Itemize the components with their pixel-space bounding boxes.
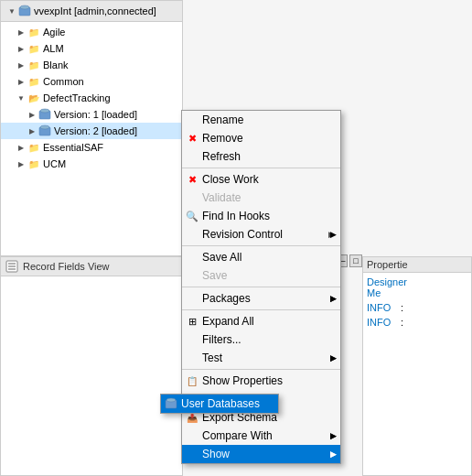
menu-item-find-in-hooks[interactable]: 🔍 Find In Hooks: [182, 207, 340, 225]
separator-3: [182, 287, 340, 287]
close-work-icon: ✖: [186, 173, 198, 186]
prop-designer-label: Designer Me: [367, 276, 399, 298]
menu-item-save[interactable]: Save: [182, 266, 340, 285]
menu-item-validate[interactable]: Validate: [182, 189, 340, 207]
show-properties-label: Show Properties: [202, 374, 283, 387]
record-fields-icon: [5, 259, 19, 274]
prop-designer-row: Designer Me: [367, 276, 467, 298]
test-submenu-arrow: ▶: [330, 353, 337, 362]
alm-expand: ▶: [16, 43, 27, 54]
agile-icon: 📁: [27, 25, 41, 39]
v2-icon: [38, 124, 52, 138]
menu-item-expand-all[interactable]: ⊞ Expand All: [182, 312, 340, 330]
find-hooks-icon: 🔍: [186, 210, 198, 222]
prop-info2-row: INFO :: [367, 317, 467, 328]
menu-item-test[interactable]: Test ▶: [182, 349, 340, 367]
menu-item-close-work[interactable]: ✖ Close Work: [182, 170, 340, 189]
separator-1: [182, 168, 340, 168]
filters-label: Filters...: [202, 333, 241, 346]
separator-4: [182, 309, 340, 310]
expand-all-icon: ⊞: [186, 315, 198, 328]
show-properties-icon: 📋: [186, 374, 198, 387]
menu-item-rename[interactable]: Rename: [182, 111, 340, 129]
test-label: Test: [202, 352, 222, 364]
prop-info1-label: INFO: [367, 302, 399, 313]
defect-label: DefectTracking: [43, 92, 111, 103]
blank-expand: ▶: [16, 60, 27, 70]
prop-info2-colon: :: [401, 317, 403, 328]
properties-header: Propertie: [363, 257, 471, 273]
packages-submenu-arrow: ▶: [330, 294, 337, 303]
menu-item-show[interactable]: Show ▶: [182, 445, 340, 463]
v1-expand: ▶: [27, 109, 38, 120]
record-fields-panel: Record Fields View: [0, 256, 183, 476]
validate-label: Validate: [202, 191, 241, 204]
expand-all-label: Expand All: [202, 315, 254, 328]
save-all-label: Save All: [202, 251, 241, 264]
tree-item-ucm[interactable]: ▶ 📁 UCM: [1, 156, 182, 172]
agile-label: Agile: [43, 27, 65, 38]
v1-icon: [38, 107, 52, 122]
blank-label: Blank: [43, 60, 69, 70]
menu-item-revision-control[interactable]: Revision Control ▶: [182, 225, 340, 243]
show-label: Show: [202, 448, 230, 460]
tree-item-version1[interactable]: ▶ Version: 1 [loaded]: [1, 106, 182, 123]
remove-label: Remove: [202, 132, 243, 145]
tree-item-alm[interactable]: ▶ 📁 ALM: [1, 40, 182, 57]
rename-label: Rename: [202, 114, 243, 126]
properties-label: Propertie: [367, 259, 408, 270]
esaf-icon: 📁: [27, 140, 41, 155]
menu-item-refresh[interactable]: Refresh: [182, 147, 340, 166]
maximize-button[interactable]: □: [349, 254, 362, 267]
v1-label: Version: 1 [loaded]: [54, 109, 137, 120]
show-submenu: User Databases: [160, 394, 279, 414]
agile-expand: ▶: [16, 27, 27, 38]
esaf-expand: ▶: [16, 142, 27, 153]
revision-control-label: Revision Control: [202, 228, 283, 241]
alm-icon: 📁: [27, 41, 41, 56]
remove-icon: ✖: [186, 132, 198, 145]
tree-header: ▼ vvexpInt [admin,connected]: [1, 1, 182, 22]
tree-item-version2[interactable]: ▶ Version: 2 [loaded]: [1, 123, 182, 139]
menu-item-show-properties[interactable]: 📋 Show Properties: [182, 372, 340, 390]
show-submenu-arrow: ▶: [330, 449, 337, 459]
tree-panel: ▼ vvexpInt [admin,connected] ▶ 📁 Agile ▶: [0, 0, 183, 256]
menu-item-compare-with[interactable]: Compare With ▶: [182, 427, 340, 445]
save-label: Save: [202, 269, 227, 282]
menu-item-remove[interactable]: ✖ Remove: [182, 129, 340, 147]
prop-info1-colon: :: [401, 302, 403, 313]
menu-item-save-all[interactable]: Save All: [182, 248, 340, 266]
separator-5: [182, 369, 340, 370]
tree-content: ▶ 📁 Agile ▶ 📁 ALM ▶ 📁 Blank ▶ 📁 Common: [1, 22, 182, 174]
tree-root[interactable]: ▼ vvexpInt [admin,connected]: [5, 3, 178, 19]
common-label: Common: [43, 76, 84, 87]
submenu-item-user-databases[interactable]: User Databases: [161, 395, 278, 413]
main-window: Clip ▼ vvexpInt [admin,connected] ▶ 📁 Ag…: [0, 0, 472, 476]
v2-expand: ▶: [27, 125, 38, 136]
revision-submenu-arrow: ▶: [326, 229, 337, 240]
alm-label: ALM: [43, 43, 64, 54]
v2-label: Version: 2 [loaded]: [54, 125, 137, 136]
tree-item-common[interactable]: ▶ 📁 Common: [1, 73, 182, 90]
tree-item-agile[interactable]: ▶ 📁 Agile: [1, 24, 182, 40]
tree-item-essentialsaf[interactable]: ▶ 📁 EssentialSAF: [1, 139, 182, 156]
user-databases-label: User Databases: [181, 397, 260, 410]
refresh-label: Refresh: [202, 150, 241, 163]
common-expand: ▶: [16, 76, 27, 87]
compare-with-arrow: ▶: [330, 431, 337, 440]
ucm-expand: ▶: [16, 158, 27, 169]
tree-item-defect-tracking[interactable]: ▼ 📂 DefectTracking: [1, 90, 182, 106]
defect-icon: 📂: [27, 91, 41, 105]
menu-item-packages[interactable]: Packages ▶: [182, 289, 340, 308]
prop-info2-label: INFO: [367, 317, 399, 328]
close-work-label: Close Work: [202, 173, 259, 186]
root-label: vvexpInt [admin,connected]: [34, 5, 156, 16]
tree-item-blank[interactable]: ▶ 📁 Blank: [1, 57, 182, 73]
menu-item-filters[interactable]: Filters...: [182, 330, 340, 349]
root-icon: [17, 4, 32, 18]
ucm-label: UCM: [43, 158, 66, 169]
ucm-icon: 📁: [27, 157, 41, 171]
compare-with-label: Compare With: [202, 429, 273, 442]
blank-icon: 📁: [27, 58, 41, 72]
svg-point-1: [20, 5, 29, 9]
